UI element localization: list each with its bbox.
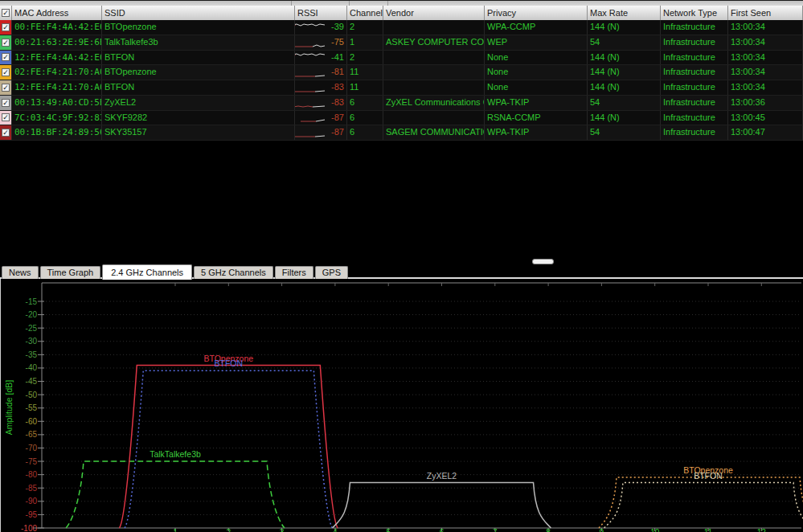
ssid: SKYF9282 <box>102 111 295 125</box>
privacy: WPA-CCMP <box>485 20 588 35</box>
tab-gps[interactable]: GPS <box>315 266 348 279</box>
network-type: Infrastructure <box>661 96 728 110</box>
row-checkbox[interactable]: ✓ <box>0 65 12 80</box>
y-tick-label: -15 <box>26 297 38 306</box>
first-seen: 13:00:34 <box>728 51 803 65</box>
table-row[interactable]: ✓02:FE:F4:21:70:A0BTOpenzone-8111None144… <box>0 65 803 80</box>
first-seen: 13:00:45 <box>728 111 803 125</box>
rssi-cell: -83 <box>295 80 347 95</box>
network-checkbox[interactable]: ✓ <box>2 113 10 121</box>
column-header-Network Type[interactable]: Network Type <box>661 6 728 20</box>
tab-2-4-ghz-channels[interactable]: 2.4 GHz Channels <box>102 264 192 280</box>
tab-news[interactable]: News <box>2 266 39 279</box>
column-header-select[interactable]: ✓ <box>0 6 12 20</box>
x-tick-label: 10 <box>650 528 660 532</box>
network-checkbox[interactable]: ✓ <box>2 99 10 107</box>
rssi-cell: -41 <box>295 51 347 65</box>
rssi-sparkline <box>295 97 326 108</box>
vendor <box>383 20 485 35</box>
table-row[interactable]: ✓00:13:49:A0:CD:5BZyXEL2-836ZyXEL Commun… <box>0 96 803 111</box>
row-checkbox[interactable]: ✓ <box>0 20 12 35</box>
curve-btopenzone <box>599 477 803 528</box>
table-row[interactable]: ✓12:FE:F4:21:70:A0BTFON-8311None144 (N)I… <box>0 80 803 96</box>
column-header-RSSI[interactable]: RSSI <box>295 6 347 20</box>
curve-btfon <box>604 483 803 528</box>
rssi-sparkline <box>295 22 326 33</box>
rssi-value: -75 <box>328 35 344 50</box>
x-tick-label: 5 <box>386 528 391 532</box>
y-tick-label: -25 <box>26 324 38 333</box>
table-header: ✓MAC AddressSSIDRSSIChannelVendorPrivacy… <box>0 6 803 20</box>
mac-address: 00:FE:F4:4A:42:E0 <box>12 20 102 35</box>
table-row[interactable]: ✓12:FE:F4:4A:42:E0BTFON-412None144 (N)In… <box>0 51 803 66</box>
select-all-checkbox[interactable]: ✓ <box>2 9 10 17</box>
rssi-cell: -39 <box>295 20 347 35</box>
row-checkbox[interactable]: ✓ <box>0 111 12 125</box>
network-type: Infrastructure <box>661 51 728 65</box>
table-row[interactable]: ✓7C:03:4C:9F:92:83SKYF9282-876RSNA-CCMP1… <box>0 111 803 126</box>
row-checkbox[interactable]: ✓ <box>0 80 12 95</box>
x-tick-label: 2 <box>227 528 231 532</box>
network-type: Infrastructure <box>661 125 728 140</box>
privacy: RSNA-CCMP <box>485 111 588 125</box>
column-header-Channel[interactable]: Channel <box>347 6 383 20</box>
network-checkbox[interactable]: ✓ <box>2 129 10 137</box>
column-header-First Seen[interactable]: First Seen <box>728 6 803 20</box>
curve-label: BTFON <box>694 471 723 481</box>
column-header-Vendor[interactable]: Vendor <box>383 6 485 20</box>
ssid: ZyXEL2 <box>102 96 295 110</box>
rssi-sparkline <box>295 37 326 48</box>
row-checkbox[interactable]: ✓ <box>0 125 12 140</box>
network-checkbox[interactable]: ✓ <box>2 53 10 61</box>
curve-label: BTFON <box>215 358 244 368</box>
column-header-MAC Address[interactable]: MAC Address <box>12 6 102 20</box>
row-checkbox[interactable]: ✓ <box>0 51 12 65</box>
row-checkbox[interactable]: ✓ <box>0 96 12 110</box>
tab-time-graph[interactable]: Time Graph <box>40 266 101 279</box>
y-tick-label: -45 <box>26 377 38 386</box>
splitter-handle[interactable] <box>532 259 554 264</box>
column-header-Privacy[interactable]: Privacy <box>485 6 588 20</box>
y-tick-label: -40 <box>26 363 38 372</box>
channel: 2 <box>347 51 383 65</box>
ssid: TalkTalkefe3b <box>102 35 295 50</box>
tab-filters[interactable]: Filters <box>275 266 313 279</box>
vendor <box>383 111 485 125</box>
y-tick-label: -80 <box>26 470 38 479</box>
row-checkbox[interactable]: ✓ <box>0 35 12 50</box>
first-seen: 13:00:34 <box>728 80 803 95</box>
ssid: BTOpenzone <box>102 65 295 80</box>
mac-address: 00:1B:BF:24:89:56 <box>12 125 102 140</box>
tab-5-ghz-channels[interactable]: 5 GHz Channels <box>194 266 273 279</box>
ssid: SKY35157 <box>102 125 295 140</box>
max-rate: 144 (N) <box>588 51 661 65</box>
mac-address: 12:FE:F4:4A:42:E0 <box>12 51 102 65</box>
network-checkbox[interactable]: ✓ <box>2 23 10 31</box>
privacy: None <box>485 80 588 95</box>
privacy: WEP <box>485 35 588 50</box>
table-row[interactable]: ✓00:21:63:2E:9E:6BTalkTalkefe3b-751ASKEY… <box>0 35 803 51</box>
mac-address: 02:FE:F4:21:70:A0 <box>12 65 102 80</box>
mac-address: 00:21:63:2E:9E:6B <box>12 35 102 50</box>
inssider-window: ✓MAC AddressSSIDRSSIChannelVendorPrivacy… <box>0 0 803 532</box>
network-checkbox[interactable]: ✓ <box>2 68 10 76</box>
rssi-sparkline <box>295 82 326 93</box>
y-tick-label: -55 <box>26 403 38 412</box>
channel: 11 <box>347 80 383 95</box>
column-header-Max Rate[interactable]: Max Rate <box>588 6 661 20</box>
y-tick-label: -90 <box>26 497 38 505</box>
network-checkbox[interactable]: ✓ <box>2 39 10 47</box>
channel: 2 <box>347 20 383 35</box>
table-row[interactable]: ✓00:FE:F4:4A:42:E0BTOpenzone-392WPA-CCMP… <box>0 20 803 35</box>
table-body: ✓00:FE:F4:4A:42:E0BTOpenzone-392WPA-CCMP… <box>0 20 803 141</box>
network-checkbox[interactable]: ✓ <box>2 84 10 92</box>
table-row[interactable]: ✓00:1B:BF:24:89:56SKY35157-876SAGEM COMM… <box>0 125 803 141</box>
curve-zyxel2 <box>333 483 551 528</box>
curve-label: TalkTalkefe3b <box>150 449 201 459</box>
first-seen: 13:00:47 <box>728 125 803 140</box>
column-header-SSID[interactable]: SSID <box>102 6 295 20</box>
mac-address: 12:FE:F4:21:70:A0 <box>12 80 102 95</box>
x-tick-label: 6 <box>440 528 445 532</box>
rssi-cell: -83 <box>295 96 347 110</box>
rssi-cell: -87 <box>295 125 347 140</box>
